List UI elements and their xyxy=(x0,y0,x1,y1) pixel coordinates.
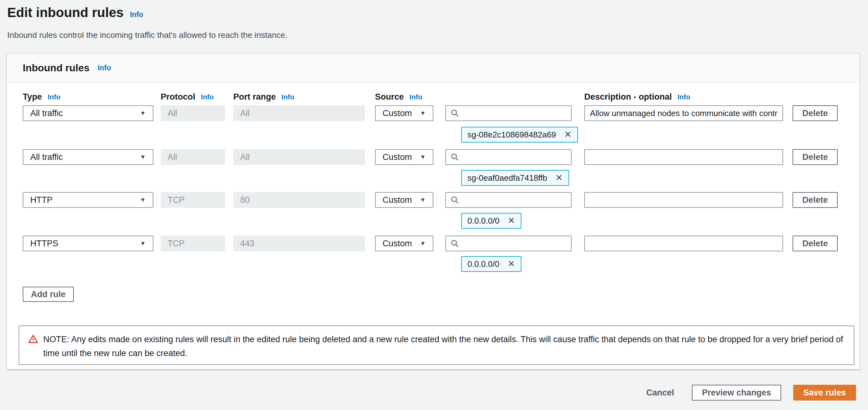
rule-row-2: All traffic ▼ All All Custom ▼ Delete xyxy=(23,149,838,165)
chevron-down-icon: ▼ xyxy=(140,153,146,161)
column-label-description: Description - optional Info xyxy=(584,92,690,102)
close-icon[interactable]: ✕ xyxy=(564,130,571,139)
save-rules-button[interactable]: Save rules xyxy=(793,385,856,401)
page-header: Edit inbound rules Info xyxy=(7,4,143,22)
source-select[interactable]: Custom ▼ xyxy=(375,105,433,121)
search-icon xyxy=(451,239,459,248)
panel-title: Inbound rules xyxy=(23,62,90,74)
source-tag-value: 0.0.0.0/0 xyxy=(467,259,499,269)
rule-row-4: HTTPS ▼ TCP 443 Custom ▼ Delete xyxy=(23,236,838,251)
footer-actions: Cancel Preview changes Save rules xyxy=(646,385,856,401)
port-range-field: 443 xyxy=(233,236,365,251)
delete-button[interactable]: Delete xyxy=(793,236,838,251)
column-label-source: Source Info xyxy=(375,92,422,102)
column-label-port-range: Port range Info xyxy=(233,92,294,102)
cancel-button[interactable]: Cancel xyxy=(646,388,674,398)
source-info-link[interactable]: Info xyxy=(410,93,422,101)
source-search-input[interactable] xyxy=(463,237,566,250)
source-tag[interactable]: 0.0.0.0/0 ✕ xyxy=(461,213,521,229)
description-input[interactable] xyxy=(584,105,783,121)
type-select-value: All traffic xyxy=(30,152,63,162)
source-tag-value: sg-08e2c108698482a69 xyxy=(467,130,556,140)
warning-icon xyxy=(28,334,38,344)
chevron-down-icon: ▼ xyxy=(420,110,426,117)
delete-button[interactable]: Delete xyxy=(793,105,838,121)
type-select[interactable]: All traffic ▼ xyxy=(23,149,153,165)
protocol-info-link[interactable]: Info xyxy=(201,93,214,101)
page-subtitle: Inbound rules control the incoming traff… xyxy=(7,30,287,40)
type-select[interactable]: All traffic ▼ xyxy=(23,105,153,121)
protocol-field: TCP xyxy=(161,192,225,208)
description-info-link[interactable]: Info xyxy=(678,93,690,101)
type-select-value: HTTPS xyxy=(30,239,58,248)
source-search-box[interactable] xyxy=(445,192,571,208)
description-input[interactable] xyxy=(584,192,783,208)
close-icon[interactable]: ✕ xyxy=(556,173,563,182)
description-input[interactable] xyxy=(584,236,783,251)
source-search-box[interactable] xyxy=(445,236,571,251)
type-select-value: HTTP xyxy=(30,195,53,205)
rule-row-3: HTTP ▼ TCP 80 Custom ▼ Delete xyxy=(23,192,838,208)
source-tag[interactable]: 0.0.0.0/0 ✕ xyxy=(461,256,521,272)
source-tag[interactable]: sg-0eaf0aedfa7418ffb ✕ xyxy=(461,170,569,186)
chevron-down-icon: ▼ xyxy=(140,110,146,117)
source-select-value: Custom xyxy=(382,239,412,248)
source-select-value: Custom xyxy=(382,152,412,162)
preview-changes-button[interactable]: Preview changes xyxy=(692,385,781,401)
search-icon xyxy=(451,152,459,162)
chevron-down-icon: ▼ xyxy=(420,153,426,161)
port-range-field: 80 xyxy=(233,192,365,208)
chevron-down-icon: ▼ xyxy=(420,240,426,247)
column-label-type: Type Info xyxy=(23,92,60,102)
source-select[interactable]: Custom ▼ xyxy=(375,149,433,165)
type-select-value: All traffic xyxy=(30,108,63,118)
column-label-protocol: Protocol Info xyxy=(161,92,214,102)
protocol-field: TCP xyxy=(161,236,225,251)
note-text: NOTE: Any edits made on existing rules w… xyxy=(43,333,844,360)
type-select[interactable]: HTTP ▼ xyxy=(23,192,153,208)
delete-button[interactable]: Delete xyxy=(793,192,838,208)
port-range-info-link[interactable]: Info xyxy=(282,93,294,101)
source-search-input[interactable] xyxy=(463,150,566,164)
rule-row-1: All traffic ▼ All All Custom ▼ Delete xyxy=(23,105,838,121)
source-tag-value: sg-0eaf0aedfa7418ffb xyxy=(467,173,547,183)
source-select-value: Custom xyxy=(382,195,412,205)
chevron-down-icon: ▼ xyxy=(140,240,146,247)
type-select[interactable]: HTTPS ▼ xyxy=(23,236,153,251)
source-label: Source xyxy=(375,92,404,102)
port-range-field: All xyxy=(233,105,365,121)
delete-button[interactable]: Delete xyxy=(793,149,838,165)
port-range-field: All xyxy=(233,149,365,165)
source-select[interactable]: Custom ▼ xyxy=(375,192,433,208)
port-range-label: Port range xyxy=(233,92,276,102)
source-search-input[interactable] xyxy=(463,106,566,120)
chevron-down-icon: ▼ xyxy=(420,197,426,203)
inbound-rules-panel: Inbound rules Info Type Info Protocol In… xyxy=(6,53,860,370)
panel-title-info-link[interactable]: Info xyxy=(98,64,111,72)
chevron-down-icon: ▼ xyxy=(140,197,146,203)
source-select-value: Custom xyxy=(382,108,412,118)
add-rule-button[interactable]: Add rule xyxy=(23,287,74,302)
note-box: NOTE: Any edits made on existing rules w… xyxy=(19,326,855,365)
protocol-field: All xyxy=(161,149,225,165)
source-tag[interactable]: sg-08e2c108698482a69 ✕ xyxy=(461,127,578,142)
page-title-info-link[interactable]: Info xyxy=(130,10,143,19)
source-tag-value: 0.0.0.0/0 xyxy=(467,216,499,226)
source-search-box[interactable] xyxy=(445,149,571,165)
search-icon xyxy=(451,196,459,204)
search-icon xyxy=(451,109,459,117)
protocol-label: Protocol xyxy=(161,92,195,102)
source-search-input[interactable] xyxy=(463,193,566,207)
description-input[interactable] xyxy=(584,149,783,165)
description-label: Description - optional xyxy=(584,92,672,102)
protocol-field: All xyxy=(161,105,225,121)
page-title: Edit inbound rules xyxy=(7,4,124,22)
type-label: Type xyxy=(23,92,42,102)
close-icon[interactable]: ✕ xyxy=(507,260,515,268)
source-select[interactable]: Custom ▼ xyxy=(375,236,433,251)
type-info-link[interactable]: Info xyxy=(48,93,60,101)
panel-header: Inbound rules Info xyxy=(7,54,860,82)
source-search-box[interactable] xyxy=(445,105,571,121)
column-labels-row: Type Info Protocol Info Port range Info … xyxy=(23,92,843,103)
close-icon[interactable]: ✕ xyxy=(507,216,515,225)
